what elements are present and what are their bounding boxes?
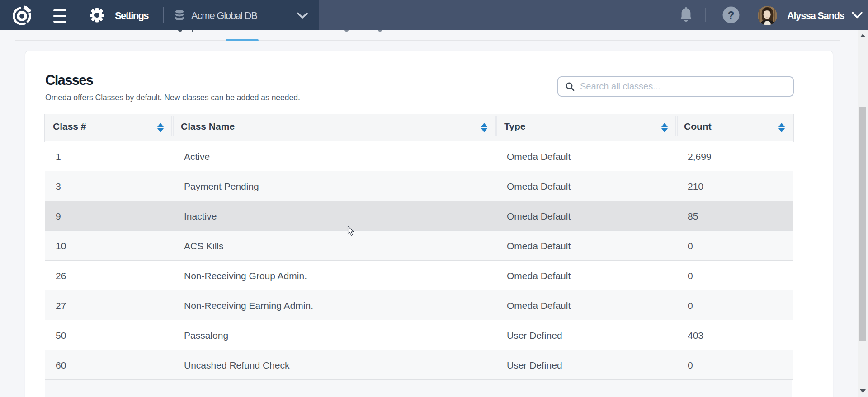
svg-text:?: ? [728, 9, 735, 21]
